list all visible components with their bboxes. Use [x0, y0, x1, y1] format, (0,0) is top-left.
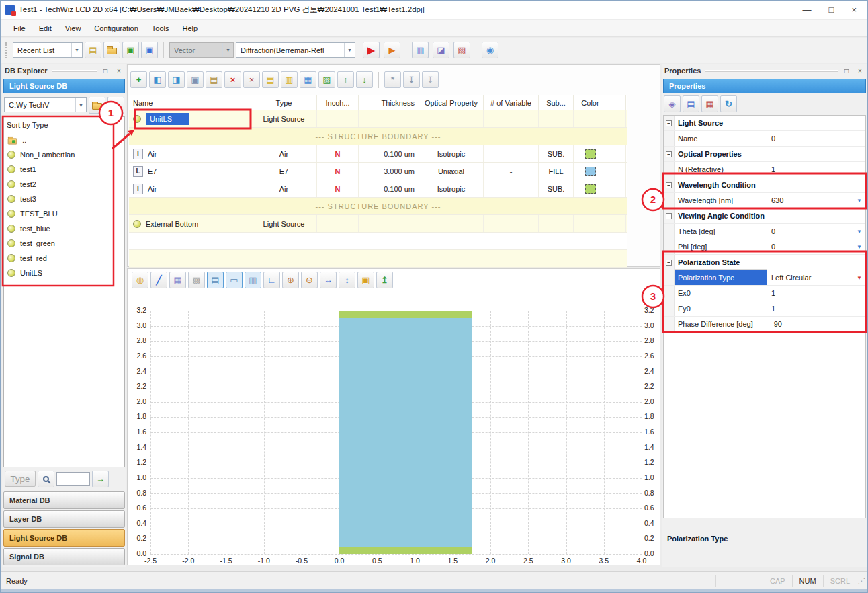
- color-swatch-green[interactable]: [585, 184, 596, 194]
- menu-item-view[interactable]: View: [59, 22, 87, 34]
- fit-horizontal-button[interactable]: ↔: [320, 272, 337, 288]
- chevron-down-icon[interactable]: ▼: [853, 239, 865, 254]
- export-chart-button[interactable]: ↥: [376, 272, 393, 288]
- config-tool-button[interactable]: ◪: [433, 42, 449, 58]
- property-group-light-source[interactable]: −Light Source: [664, 116, 865, 131]
- db-manager-button[interactable]: ▥: [412, 42, 429, 58]
- add-row-button[interactable]: +: [130, 71, 147, 88]
- prop-tree-button[interactable]: ▤: [683, 95, 699, 112]
- property-row-n-refractive-[interactable]: N (Refractive)1: [664, 162, 865, 177]
- table-row[interactable]: IAirAirN0.100 umIsotropic-SUB.: [129, 145, 627, 163]
- property-group-wavelength-condition[interactable]: −Wavelength Condition: [664, 177, 865, 193]
- vline-view-button[interactable]: ▥: [245, 272, 261, 288]
- chevron-down-icon[interactable]: ▼: [853, 270, 865, 285]
- table-row[interactable]: IAirAirN0.100 umIsotropic-SUB.: [129, 180, 627, 198]
- prop-sync-button[interactable]: ↻: [720, 95, 737, 112]
- note-alt-button[interactable]: ▥: [281, 71, 298, 88]
- columns-button[interactable]: ▦: [300, 71, 316, 88]
- tab-material-db[interactable]: Material DB: [3, 491, 125, 509]
- open-folder-button[interactable]: [103, 42, 120, 58]
- property-group-viewing-angle-condition[interactable]: −Viewing Angle Condition: [664, 208, 865, 224]
- table-row[interactable]: UnitLSLight Source: [129, 110, 627, 128]
- property-row-phase-difference-deg-[interactable]: Phase Difference [deg]-90: [664, 317, 865, 332]
- collapse-icon[interactable]: −: [666, 120, 672, 126]
- list-item-unitls[interactable]: UnitLS: [5, 266, 123, 280]
- property-group-optical-properties[interactable]: −Optical Properties: [664, 147, 865, 162]
- float-panel-button[interactable]: □: [842, 67, 851, 75]
- snapshot-button[interactable]: ▦: [169, 272, 186, 288]
- property-value[interactable]: Left Circular: [767, 270, 853, 285]
- copy-row-button[interactable]: ▣: [187, 71, 204, 88]
- db-search-button[interactable]: [38, 471, 54, 487]
- zoom-in-button[interactable]: ⊕: [282, 272, 299, 288]
- paste-row-button[interactable]: ▤: [206, 71, 222, 88]
- list-item-test_blue[interactable]: test_blue: [5, 221, 123, 236]
- insert-above-button[interactable]: ◧: [149, 71, 166, 88]
- list-item-test_blu[interactable]: TEST_BLU: [5, 206, 123, 221]
- chevron-down-icon[interactable]: ▼: [853, 193, 865, 208]
- prop-list-button[interactable]: ▦: [701, 95, 718, 112]
- note-button[interactable]: ▤: [262, 71, 279, 88]
- close-panel-button[interactable]: ×: [114, 67, 124, 75]
- db-search-input[interactable]: [56, 472, 90, 486]
- table-row[interactable]: External BottomLight Source: [129, 215, 627, 233]
- list-item-test_green[interactable]: test_green: [5, 236, 123, 251]
- optimize-button[interactable]: *: [384, 71, 401, 88]
- property-row-polarization-type[interactable]: Polarization TypeLeft Circular▼: [664, 270, 865, 286]
- property-value[interactable]: 0: [767, 224, 853, 239]
- color-swatch-blue[interactable]: [585, 167, 596, 176]
- collapse-icon[interactable]: −: [666, 182, 672, 188]
- move-up-button[interactable]: ↑: [337, 71, 354, 88]
- light-button[interactable]: ◍: [132, 272, 148, 288]
- fit-vertical-button[interactable]: ↕: [339, 272, 355, 288]
- save-button[interactable]: ▣: [122, 42, 139, 58]
- close-panel-button[interactable]: ×: [855, 67, 865, 75]
- structure-plot[interactable]: [150, 311, 642, 554]
- property-value[interactable]: 1: [767, 162, 865, 177]
- list-item-test1[interactable]: test1: [5, 162, 123, 177]
- db-path-combo[interactable]: C:₩y TechV ▼: [4, 97, 87, 112]
- property-value[interactable]: -90: [767, 317, 865, 331]
- tab-light-source-db[interactable]: Light Source DB: [3, 529, 125, 547]
- measure-line-button[interactable]: ╱: [150, 272, 167, 288]
- property-value[interactable]: 630: [767, 193, 853, 208]
- run-report-button[interactable]: ▶: [384, 42, 400, 58]
- prop-settings-button[interactable]: ◈: [664, 95, 681, 112]
- import-alt-button[interactable]: ↧: [422, 71, 439, 88]
- db-apply-button[interactable]: →: [92, 471, 109, 487]
- property-row-wavelength-nm-[interactable]: Wavelength [nm]630▼: [664, 193, 865, 208]
- axis-button[interactable]: ∟: [263, 272, 280, 288]
- tab-layer-db[interactable]: Layer DB: [3, 510, 125, 528]
- collapse-icon[interactable]: −: [666, 213, 672, 219]
- table-row[interactable]: LE7E7N3.000 umUniaxial-FILL: [129, 163, 627, 180]
- collapse-icon[interactable]: −: [666, 260, 672, 266]
- chevron-down-icon[interactable]: ▼: [853, 224, 865, 239]
- delete-row-button[interactable]: ×: [224, 71, 241, 88]
- collapse-icon[interactable]: −: [666, 151, 672, 157]
- menu-item-file[interactable]: File: [7, 22, 32, 34]
- float-panel-button[interactable]: □: [101, 67, 110, 75]
- save-all-button[interactable]: ▣: [141, 42, 158, 58]
- zoom-out-button[interactable]: ⊖: [301, 272, 318, 288]
- resize-grip[interactable]: ⋰: [857, 576, 867, 586]
- browse-folder-button[interactable]: [89, 97, 105, 114]
- property-value[interactable]: 0: [767, 131, 865, 146]
- help-button[interactable]: ◉: [482, 42, 498, 58]
- refresh-db-button[interactable]: ↻: [107, 97, 124, 114]
- menu-item-help[interactable]: Help: [176, 22, 204, 34]
- recent-list-combo[interactable]: Recent List ▼: [13, 42, 83, 58]
- insert-below-button[interactable]: ◨: [168, 71, 185, 88]
- list-item-test3[interactable]: test3: [5, 192, 123, 206]
- property-value[interactable]: 1: [767, 286, 865, 301]
- menu-item-tools[interactable]: Tools: [146, 22, 175, 34]
- vector-combo[interactable]: Vector ▼: [169, 42, 234, 58]
- import-button[interactable]: ↧: [403, 71, 420, 88]
- plain-view-button[interactable]: ▭: [226, 272, 243, 288]
- delete-all-button[interactable]: ×: [243, 71, 260, 88]
- move-down-button[interactable]: ↓: [356, 71, 373, 88]
- property-group-polarization-state[interactable]: −Polarization State: [664, 255, 865, 270]
- property-row-ex0[interactable]: Ex01: [664, 286, 865, 301]
- fit-page-button[interactable]: ▣: [357, 272, 374, 288]
- type-filter-button[interactable]: Type: [5, 471, 36, 487]
- property-row-theta-deg-[interactable]: Theta [deg]0▼: [664, 224, 865, 239]
